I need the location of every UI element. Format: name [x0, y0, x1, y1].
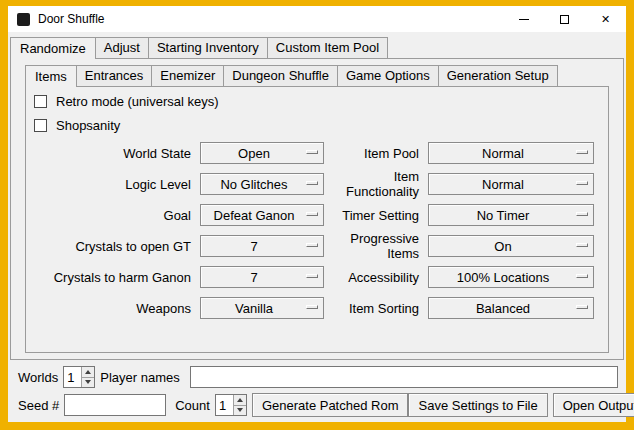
player-names-input[interactable]	[190, 366, 618, 388]
titlebar[interactable]: Door Shuffle ✕	[8, 6, 626, 32]
dropdown-indicator-icon	[306, 274, 318, 278]
spin-down-button[interactable]	[234, 405, 246, 416]
worlds-spinbox[interactable]	[63, 366, 95, 388]
spin-down-button[interactable]	[82, 377, 94, 388]
world-state-label: World State	[32, 146, 200, 161]
main-tab-bar: Randomize Adjust Starting Inventory Cust…	[10, 36, 624, 58]
crystals-open-gt-dropdown[interactable]: 7	[200, 235, 324, 257]
settings-row: Crystals to harm Ganon 7 Accessibility 1…	[32, 266, 594, 288]
settings-row: Crystals to open GT 7 Progressive Items …	[32, 235, 594, 257]
progressive-items-dropdown[interactable]: On	[428, 235, 594, 257]
logic-level-dropdown[interactable]: No Glitches	[200, 173, 324, 195]
dropdown-indicator-icon	[576, 181, 588, 185]
settings-grid: World State Open Item Pool Normal	[32, 142, 594, 319]
dropdown-indicator-icon	[306, 150, 318, 154]
settings-row: Weapons Vanilla Item Sorting Balanced	[32, 297, 594, 319]
bottom-controls: Worlds Player names Seed # Count	[10, 360, 624, 422]
seed-row: Seed # Count Generate Patched Rom Save S…	[18, 393, 618, 417]
item-functionality-dropdown[interactable]: Normal	[428, 173, 594, 195]
shopsanity-label: Shopsanity	[56, 117, 120, 134]
seed-label: Seed #	[18, 398, 59, 413]
count-input[interactable]	[216, 395, 233, 415]
timer-setting-label: Timer Setting	[324, 208, 428, 223]
tab-adjust[interactable]: Adjust	[95, 37, 149, 58]
sub-notebook: Items Entrances Enemizer Dungeon Shuffle…	[25, 64, 609, 353]
spin-up-button[interactable]	[234, 395, 246, 405]
worlds-row: Worlds Player names	[18, 366, 618, 388]
client-area: Randomize Adjust Starting Inventory Cust…	[8, 32, 626, 422]
tab-game-options[interactable]: Game Options	[337, 65, 439, 86]
spin-up-button[interactable]	[82, 367, 94, 377]
shopsanity-checkbox[interactable]	[34, 119, 47, 132]
crystals-open-gt-label: Crystals to open GT	[32, 239, 200, 254]
save-settings-button[interactable]: Save Settings to File	[408, 393, 547, 417]
randomize-pane: Items Entrances Enemizer Dungeon Shuffle…	[10, 58, 624, 360]
item-sorting-label: Item Sorting	[324, 301, 428, 316]
generate-patched-rom-button[interactable]: Generate Patched Rom	[252, 393, 409, 417]
crystals-harm-ganon-dropdown[interactable]: 7	[200, 266, 324, 288]
retro-mode-checkbox-row[interactable]: Retro mode (universal keys)	[34, 93, 219, 110]
tab-starting-inventory[interactable]: Starting Inventory	[148, 37, 268, 58]
app-icon	[17, 13, 30, 26]
logic-level-label: Logic Level	[32, 177, 200, 192]
items-pane: Retro mode (universal keys) Shopsanity W…	[25, 86, 609, 353]
dropdown-indicator-icon	[306, 181, 318, 185]
tab-items[interactable]: Items	[25, 65, 77, 87]
item-functionality-label: Item Functionality	[324, 169, 428, 199]
tab-enemizer[interactable]: Enemizer	[151, 65, 224, 86]
spin-up-icon	[237, 398, 243, 402]
accessibility-label: Accessibility	[324, 270, 428, 285]
dropdown-indicator-icon	[576, 150, 588, 154]
open-output-directory-button[interactable]: Open Output Directory	[553, 393, 634, 417]
minimize-icon	[519, 19, 529, 20]
world-state-dropdown[interactable]: Open	[200, 142, 324, 164]
spin-down-icon	[237, 408, 243, 412]
caption-buttons: ✕	[503, 6, 626, 32]
spinner-buttons	[233, 395, 246, 415]
minimize-button[interactable]	[503, 6, 544, 32]
dropdown-indicator-icon	[576, 305, 588, 309]
settings-row: World State Open Item Pool Normal	[32, 142, 594, 164]
app-window: Door Shuffle ✕ Randomize Adjust Starting…	[8, 6, 626, 422]
dropdown-indicator-icon	[576, 243, 588, 247]
settings-row: Goal Defeat Ganon Timer Setting No Timer	[32, 204, 594, 226]
spin-down-icon	[85, 380, 91, 384]
close-icon: ✕	[601, 14, 610, 25]
worlds-input[interactable]	[64, 367, 81, 387]
dropdown-indicator-icon	[306, 305, 318, 309]
dropdown-indicator-icon	[576, 212, 588, 216]
weapons-dropdown[interactable]: Vanilla	[200, 297, 324, 319]
tab-generation-setup[interactable]: Generation Setup	[438, 65, 558, 86]
shopsanity-checkbox-row[interactable]: Shopsanity	[34, 117, 120, 134]
tab-entrances[interactable]: Entrances	[76, 65, 153, 86]
goal-label: Goal	[32, 208, 200, 223]
maximize-icon	[560, 15, 569, 24]
spinner-buttons	[81, 367, 94, 387]
dropdown-indicator-icon	[576, 274, 588, 278]
seed-input[interactable]	[64, 394, 166, 416]
tab-randomize[interactable]: Randomize	[10, 37, 96, 59]
retro-mode-checkbox[interactable]	[34, 95, 47, 108]
dropdown-indicator-icon	[306, 212, 318, 216]
dropdown-indicator-icon	[306, 243, 318, 247]
window-title: Door Shuffle	[38, 12, 105, 26]
progressive-items-label: Progressive Items	[324, 231, 428, 261]
item-sorting-dropdown[interactable]: Balanced	[428, 297, 594, 319]
timer-setting-dropdown[interactable]: No Timer	[428, 204, 594, 226]
crystals-harm-ganon-label: Crystals to harm Ganon	[32, 270, 200, 285]
worlds-label: Worlds	[18, 370, 58, 385]
count-label: Count	[175, 398, 210, 413]
close-button[interactable]: ✕	[585, 6, 626, 32]
player-names-label: Player names	[100, 370, 179, 385]
maximize-button[interactable]	[544, 6, 585, 32]
settings-row: Logic Level No Glitches Item Functionali…	[32, 173, 594, 195]
count-spinbox[interactable]	[215, 394, 247, 416]
tab-dungeon-shuffle[interactable]: Dungeon Shuffle	[223, 65, 338, 86]
accessibility-dropdown[interactable]: 100% Locations	[428, 266, 594, 288]
tab-custom-item-pool[interactable]: Custom Item Pool	[267, 37, 388, 58]
retro-mode-label: Retro mode (universal keys)	[56, 93, 219, 110]
goal-dropdown[interactable]: Defeat Ganon	[200, 204, 324, 226]
item-pool-dropdown[interactable]: Normal	[428, 142, 594, 164]
weapons-label: Weapons	[32, 301, 200, 316]
sub-tab-bar: Items Entrances Enemizer Dungeon Shuffle…	[25, 64, 609, 86]
